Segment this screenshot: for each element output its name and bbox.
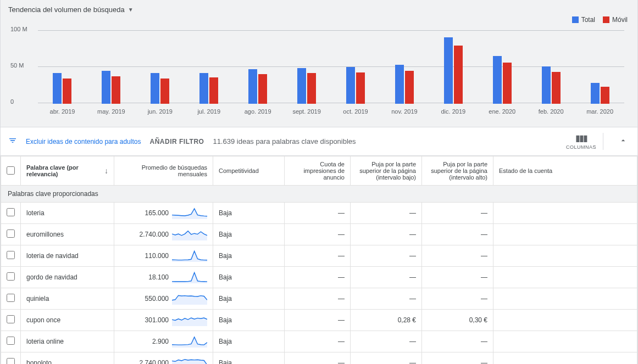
- columns-button[interactable]: ▮▮▮ COLUMNAS: [559, 133, 603, 150]
- bid-high-cell: —: [422, 352, 493, 365]
- chart-month-column: nov. 2019: [380, 28, 429, 104]
- bar-total: [151, 73, 159, 104]
- bar-total: [102, 71, 110, 104]
- row-checkbox[interactable]: [7, 208, 15, 216]
- bar-movil: [307, 73, 316, 104]
- table-row: quiniela550.000Baja———: [1, 288, 637, 310]
- avg-searches-value: 110.000: [145, 252, 169, 260]
- keyword-cell[interactable]: loteria de navidad: [21, 245, 114, 267]
- bar-total: [53, 73, 62, 104]
- ytick-50m: 50 M: [10, 62, 24, 69]
- header-bid-high[interactable]: Puja por la parte superior de la página …: [422, 156, 493, 186]
- legend-swatch-total: [572, 16, 579, 23]
- bid-low-cell: —: [351, 267, 422, 288]
- month-label: abr. 2019: [38, 108, 87, 115]
- table-row: euromillones2.740.000Baja———: [1, 224, 637, 245]
- bid-low-cell: —: [351, 352, 422, 365]
- header-bid-low[interactable]: Puja por la parte superior de la página …: [351, 156, 422, 186]
- row-checkbox[interactable]: [7, 229, 15, 238]
- bar-total: [297, 68, 306, 104]
- account-status-cell: [493, 310, 637, 331]
- keyword-cell[interactable]: loteria online: [21, 331, 114, 352]
- month-label: oct. 2019: [331, 108, 380, 115]
- header-avg-searches[interactable]: Promedio de búsquedas mensuales: [114, 156, 213, 186]
- sparkline: [172, 357, 207, 364]
- month-label: may. 2019: [87, 108, 136, 115]
- bar-total: [248, 69, 257, 104]
- avg-searches-value: 2.900: [152, 338, 169, 345]
- sparkline: [172, 335, 207, 348]
- keyword-cell[interactable]: gordo de navidad: [21, 267, 114, 288]
- row-checkbox[interactable]: [7, 272, 15, 281]
- keyword-cell[interactable]: cupon once: [21, 310, 114, 331]
- month-label: ago. 2019: [234, 108, 282, 115]
- keyword-cell[interactable]: quiniela: [21, 288, 114, 310]
- header-keyword[interactable]: Palabra clave (por relevancia) ↓: [21, 156, 114, 186]
- chart-month-column: jul. 2019: [185, 28, 234, 104]
- group-label: Palabras clave proporcionadas: [1, 186, 637, 203]
- select-all-cell: [1, 156, 21, 186]
- sort-arrow-down-icon: ↓: [104, 166, 108, 175]
- impression-share-cell: —: [285, 310, 351, 331]
- legend-label-movil: Móvil: [612, 16, 628, 24]
- table-row: loteria165.000Baja———: [1, 203, 637, 224]
- avg-searches-value: 550.000: [145, 295, 169, 303]
- month-label: sept. 2019: [282, 108, 331, 115]
- legend-total: Total: [572, 16, 595, 24]
- chart-title-dropdown[interactable]: Tendencia del volumen de búsqueda ▼: [1, 0, 637, 16]
- header-account-status[interactable]: Estado de la cuenta: [493, 156, 637, 186]
- keyword-cell[interactable]: bonoloto: [21, 352, 114, 365]
- bar-total: [346, 67, 355, 104]
- avg-searches-value: 301.000: [145, 316, 169, 324]
- month-label: dic. 2019: [429, 108, 478, 115]
- chart-month-column: abr. 2019: [38, 28, 87, 104]
- sparkline: [172, 207, 207, 219]
- collapse-chevron-icon[interactable]: [612, 136, 630, 147]
- bar-movil: [160, 79, 169, 104]
- account-status-cell: [493, 331, 637, 352]
- group-row: Palabras clave proporcionadas: [1, 186, 637, 203]
- header-impression-share[interactable]: Cuota de impresiones de anuncio: [285, 156, 351, 186]
- bar-movil: [258, 74, 267, 104]
- header-competition[interactable]: Competitividad: [213, 156, 285, 186]
- avg-searches-cell: 2.740.000: [114, 224, 213, 245]
- avg-searches-value: 2.740.000: [140, 359, 169, 364]
- columns-icon: ▮▮▮: [575, 133, 587, 143]
- filter-icon[interactable]: [8, 136, 17, 147]
- select-all-checkbox[interactable]: [7, 166, 15, 175]
- chart-month-column: mar. 2020: [575, 28, 624, 104]
- avg-searches-cell: 550.000: [114, 288, 213, 310]
- row-checkbox[interactable]: [7, 251, 15, 259]
- month-label: jul. 2019: [185, 108, 234, 115]
- row-checkbox[interactable]: [7, 337, 15, 345]
- impression-share-cell: —: [285, 224, 351, 245]
- competition-cell: Baja: [213, 203, 285, 224]
- legend-movil: Móvil: [603, 16, 628, 24]
- row-checkbox[interactable]: [7, 358, 15, 364]
- sparkline: [172, 293, 207, 305]
- month-label: jun. 2019: [136, 108, 185, 115]
- account-status-cell: [493, 352, 637, 365]
- chart-month-column: feb. 2020: [526, 28, 575, 104]
- row-checkbox[interactable]: [7, 315, 15, 323]
- keyword-cell[interactable]: loteria: [21, 203, 114, 224]
- chart-month-column: dic. 2019: [429, 28, 478, 104]
- chart-title: Tendencia del volumen de búsqueda: [8, 5, 125, 14]
- avg-searches-value: 165.000: [145, 209, 169, 217]
- competition-cell: Baja: [213, 331, 285, 352]
- bid-high-cell: —: [422, 288, 493, 310]
- bar-movil: [601, 87, 609, 104]
- bar-total: [493, 56, 502, 104]
- bid-high-cell: —: [422, 203, 493, 224]
- row-checkbox[interactable]: [7, 294, 15, 302]
- volume-trend-chart: 100 M 50 M 0 abr. 2019may. 2019jun. 2019…: [8, 28, 630, 116]
- bid-low-cell: —: [351, 331, 422, 352]
- exclude-adult-link[interactable]: Excluir ideas de contenido para adultos: [26, 138, 141, 145]
- competition-cell: Baja: [213, 245, 285, 267]
- add-filter-button[interactable]: AÑADIR FILTRO: [149, 138, 204, 145]
- bar-total: [395, 65, 404, 104]
- table-row: loteria online2.900Baja———: [1, 331, 637, 352]
- ytick-0: 0: [10, 98, 14, 105]
- bid-high-cell: —: [422, 245, 493, 267]
- keyword-cell[interactable]: euromillones: [21, 224, 114, 245]
